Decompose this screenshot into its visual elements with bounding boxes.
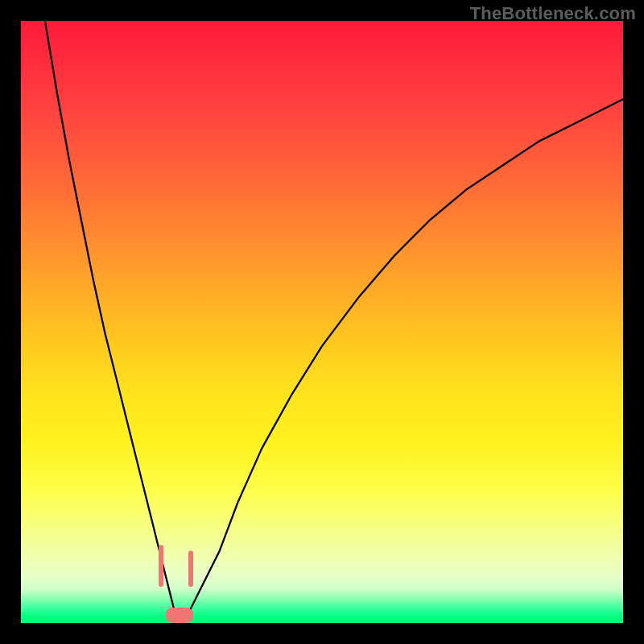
bottleneck-curve	[21, 21, 623, 623]
curve-path	[45, 21, 623, 617]
plot-area	[21, 21, 623, 623]
marker-segment-left	[159, 545, 163, 587]
marker-segment-right	[188, 551, 193, 587]
chart-stage: TheBottleneck.com	[0, 0, 644, 644]
marker-segment-base	[166, 608, 193, 623]
